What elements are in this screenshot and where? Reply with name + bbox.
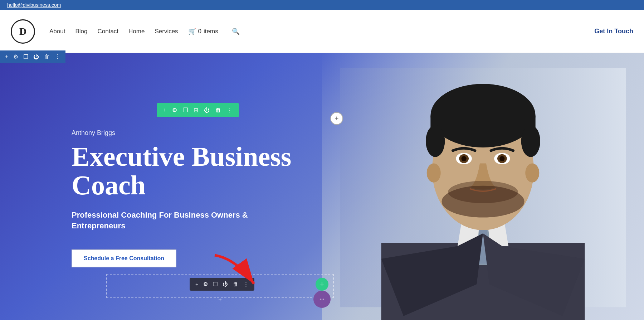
green-grid-icon[interactable]: ⊞ xyxy=(194,107,198,113)
dots-circle-purple[interactable]: ··· xyxy=(313,291,331,308)
svg-point-11 xyxy=(521,125,540,157)
logo-circle[interactable]: D xyxy=(11,19,35,44)
svg-point-19 xyxy=(499,156,504,161)
cart-icon: 🛒 xyxy=(188,28,196,35)
green-more-icon[interactable]: ⋮ xyxy=(227,107,233,113)
cart-label: items xyxy=(204,28,218,35)
logo-wrap[interactable]: D xyxy=(11,19,35,44)
hero-section: + ⚙ ❐ ⊞ ⏻ 🗑 ⋮ + Anthony Briggs Executive… xyxy=(0,53,644,320)
cart-area[interactable]: 🛒 0 items xyxy=(188,28,218,35)
email-link[interactable]: hello@divibusiness.com xyxy=(7,2,61,8)
top-bar: hello@divibusiness.com xyxy=(0,0,644,10)
hero-title: Executive Business Coach xyxy=(72,142,318,200)
dark-add-icon[interactable]: + xyxy=(195,281,198,287)
header: D About Blog Contact Home Services 🛒 0 i… xyxy=(0,10,644,53)
svg-point-13 xyxy=(525,163,539,182)
nav-services[interactable]: Services xyxy=(155,28,178,35)
nav-home[interactable]: Home xyxy=(128,28,145,35)
nav-about[interactable]: About xyxy=(49,28,65,35)
svg-point-10 xyxy=(426,125,445,157)
builder-toolbar-topleft: + ⚙ ❐ ⏻ 🗑 ⋮ xyxy=(0,50,65,63)
svg-point-21 xyxy=(448,181,518,203)
topleft-add-icon[interactable]: + xyxy=(5,54,8,60)
plus-circle-green[interactable]: + xyxy=(316,278,328,291)
green-delete-icon[interactable]: 🗑 xyxy=(215,107,221,113)
plus-circle-right[interactable]: + xyxy=(330,112,343,125)
svg-point-12 xyxy=(427,163,441,182)
consultation-button[interactable]: Schedule a Free Consultation xyxy=(72,249,176,267)
nav-blog[interactable]: Blog xyxy=(75,28,87,35)
hero-photo xyxy=(322,53,644,320)
topleft-power-icon[interactable]: ⏻ xyxy=(33,54,39,60)
topleft-settings-icon[interactable]: ⚙ xyxy=(13,53,18,60)
green-add-icon[interactable]: + xyxy=(163,107,166,113)
topleft-delete-icon[interactable]: 🗑 xyxy=(44,54,50,60)
hero-author: Anthony Briggs xyxy=(72,129,318,137)
red-arrow xyxy=(208,252,265,292)
green-copy-icon[interactable]: ❐ xyxy=(183,107,188,113)
svg-rect-9 xyxy=(430,116,535,135)
topleft-copy-icon[interactable]: ❐ xyxy=(23,53,28,60)
nav: About Blog Contact Home Services 🛒 0 ite… xyxy=(49,28,594,35)
button-wrapper: Schedule a Free Consultation xyxy=(72,249,318,267)
person-illustration xyxy=(340,53,626,320)
svg-point-16 xyxy=(462,156,467,161)
topleft-more-icon[interactable]: ⋮ xyxy=(55,53,60,60)
hero-subtitle: Professional Coaching For Business Owner… xyxy=(72,210,318,232)
nav-contact[interactable]: Contact xyxy=(97,28,118,35)
search-icon[interactable]: 🔍 xyxy=(232,28,240,35)
module-toolbar-green: + ⚙ ❐ ⊞ ⏻ 🗑 ⋮ xyxy=(157,103,239,117)
plus-inside-box-icon[interactable]: + xyxy=(218,296,222,304)
green-power-icon[interactable]: ⏻ xyxy=(204,107,210,113)
green-settings-icon[interactable]: ⚙ xyxy=(172,107,177,113)
hero-content: Anthony Briggs Executive Business Coach … xyxy=(0,53,340,320)
bottom-dots-button[interactable]: ··· xyxy=(313,291,331,308)
get-in-touch-button[interactable]: Get In Touch xyxy=(594,28,633,35)
plus-below-button[interactable]: + xyxy=(316,278,328,291)
cart-count: 0 xyxy=(198,28,201,35)
